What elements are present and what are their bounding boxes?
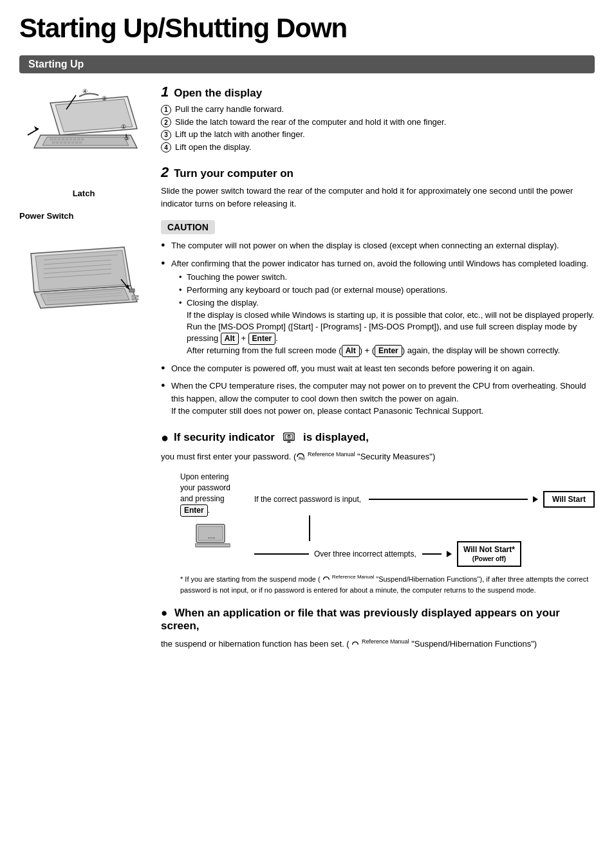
svg-rect-7 (62, 138, 64, 140)
svg-rect-9 (70, 138, 72, 140)
svg-rect-19 (75, 142, 78, 143)
step-1-sub2: 2 Slide the latch toward the rear of the… (161, 117, 595, 128)
key-enter-2: Enter (375, 345, 402, 357)
caution-box: CAUTION (161, 220, 215, 234)
step-2-body: Slide the power switch toward the rear o… (161, 185, 595, 210)
step-1-title: 1 Open the display (161, 84, 595, 100)
caution-sub-1: Touching the power switch. (179, 272, 595, 283)
security-body: you must first enter your password. (Ref… (161, 450, 595, 463)
svg-rect-15 (60, 142, 62, 143)
caution-item-4: When the CPU temperature rises, the comp… (161, 380, 595, 418)
svg-text:④: ④ (82, 88, 88, 95)
flow-diagram: Upon entering your password and pressing… (180, 472, 595, 595)
flow-enter-text: Upon entering your password and pressing… (180, 472, 245, 516)
app-section-heading: ● When an application or file that was p… (161, 607, 595, 633)
svg-rect-52 (210, 537, 212, 539)
flow-will-start: Will Start (543, 491, 595, 508)
right-column: 1 Open the display 1 Pull the carry hand… (161, 84, 595, 651)
svg-marker-28 (35, 250, 127, 290)
svg-rect-20 (79, 142, 82, 143)
caution-sub-list: Touching the power switch. Performing an… (171, 272, 595, 357)
svg-rect-51 (208, 537, 210, 539)
step-1-sub1: 1 Pull the carry handle forward. (161, 104, 595, 115)
svg-rect-38 (129, 289, 135, 292)
footnote: * If you are starting from the suspend m… (180, 573, 595, 595)
caution-sub-2: Performing any keyboard or touch pad (or… (179, 284, 595, 296)
app-body: the suspend or hibernation function has … (161, 638, 595, 651)
laptop-diagram-2 (19, 225, 148, 329)
svg-rect-50 (195, 544, 230, 547)
security-ref: Reference Manual (308, 451, 355, 457)
svg-text:②: ② (102, 95, 107, 102)
flow-key-enter: Enter (180, 504, 208, 517)
step-1-sub4: 4 Lift open the display. (161, 142, 595, 153)
bullet4-extra: If the computer still does not power on,… (171, 406, 483, 416)
svg-rect-13 (52, 142, 55, 143)
svg-rect-6 (58, 138, 60, 140)
key-alt-2: Alt (342, 345, 360, 357)
flow-correct-label: If the correct password is input, (254, 495, 364, 504)
caution-item-3: Once the computer is powered off, you mu… (161, 362, 595, 375)
caution-sub3-extra2: After returning from the full screen mod… (187, 346, 337, 355)
svg-rect-40 (132, 295, 138, 297)
security-bullet: ● (161, 430, 169, 445)
step-2-block: 2 Turn your computer on Slide the power … (161, 164, 595, 418)
svg-text:①: ① (121, 124, 126, 130)
caution-sub-3: Closing the display. If the display is c… (179, 297, 595, 356)
section-header: Starting Up (19, 55, 595, 73)
flow-laptop-icon (195, 519, 230, 548)
svg-rect-11 (77, 138, 80, 140)
svg-rect-12 (81, 138, 84, 140)
security-heading-text: If security indicator (174, 431, 275, 444)
svg-text:Ref.: Ref. (299, 456, 305, 461)
power-switch-label: Power Switch (19, 211, 148, 221)
flow-incorrect-label: Over three incorrect attempts, (314, 549, 417, 559)
security-section-heading: ● If security indicator is displayed, (161, 430, 595, 445)
caution-item-2: After confirming that the power indicato… (161, 257, 595, 357)
key-enter-1: Enter (248, 333, 276, 345)
svg-rect-41 (132, 299, 138, 300)
step-2-num: 2 (161, 164, 169, 181)
step-1-block: 1 Open the display 1 Pull the carry hand… (161, 84, 595, 152)
left-column: ① ② ③ ④ Latch Power Switch (19, 84, 148, 651)
flow-will-not-start: Will Not Start* (Power off) (457, 541, 521, 567)
svg-rect-10 (73, 138, 76, 140)
key-alt-1: Alt (221, 333, 239, 345)
svg-rect-43 (286, 435, 293, 439)
svg-rect-17 (68, 142, 70, 143)
caution-list: The computer will not power on when the … (161, 239, 595, 418)
step-1-sub3: 3 Lift up the latch with another finger. (161, 129, 595, 140)
svg-rect-53 (213, 537, 215, 539)
step-1-num: 1 (161, 84, 169, 100)
caution-sub3-extra3: again, the display will be shown correct… (407, 346, 561, 355)
svg-text:③: ③ (124, 135, 129, 142)
svg-marker-25 (34, 126, 39, 131)
laptop-diagram-1: ① ② ③ ④ (19, 84, 148, 189)
page-title: Starting Up/Shutting Down (19, 13, 595, 44)
svg-rect-18 (71, 142, 74, 143)
security-heading-2: is displayed, (303, 431, 369, 444)
svg-rect-4 (50, 138, 53, 140)
security-ref-text: "Security Measures" (357, 452, 433, 461)
svg-rect-16 (64, 142, 66, 143)
step-2-title: 2 Turn your computer on (161, 164, 595, 181)
security-icon (283, 432, 295, 443)
svg-rect-14 (56, 142, 59, 143)
svg-rect-8 (66, 138, 68, 140)
svg-rect-5 (54, 138, 57, 140)
caution-item-1: The computer will not power on when the … (161, 239, 595, 252)
latch-label: Latch (19, 189, 148, 198)
